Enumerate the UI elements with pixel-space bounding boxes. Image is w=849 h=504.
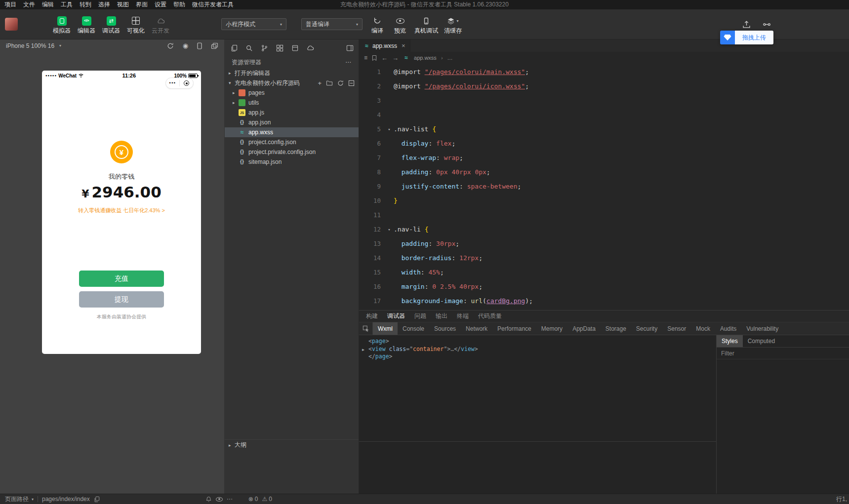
open-editors-section[interactable]: ▸ 打开的编辑器 [225,68,359,78]
tree-item-app.js[interactable]: JSapp.js [225,108,359,117]
rotate-icon[interactable] [167,42,174,49]
styles-tab-styles[interactable]: Styles [717,335,743,347]
code-line[interactable]: 2@import "/pages/colorui/icon.wxss"; [359,79,849,93]
code-line[interactable]: 1@import "/pages/colorui/main.wxss"; [359,65,849,79]
device-debug-button[interactable]: 真机调试 [412,15,441,34]
menu-item[interactable]: 编辑 [39,0,57,9]
forward-icon[interactable]: → [392,55,399,61]
editor-tab-app-wxss[interactable]: ≈ app.wxss × [359,39,410,52]
notification-bell-icon[interactable] [205,496,212,503]
home-indicator-icon[interactable] [180,80,193,86]
search-icon[interactable] [245,44,253,52]
bookmark-icon[interactable] [372,55,377,61]
wxml-node[interactable]: ▶<view class="container">…</view> [359,346,716,353]
compile-mode-select[interactable]: 普通编译 ▾ [301,18,363,30]
preview-button[interactable]: 预览 [389,15,411,34]
wxml-node[interactable]: <page> [359,338,716,346]
menu-item[interactable]: 项目 [1,0,20,9]
fold-icon[interactable]: ▾ [385,127,394,132]
tree-item-project.private.config.json[interactable]: {}project.private.config.json [225,147,359,157]
tree-item-project.config.json[interactable]: {}project.config.json [225,137,359,147]
multi-window-icon[interactable] [211,42,218,49]
devtool-tab-sensor[interactable]: Sensor [662,322,691,335]
code-line[interactable]: 6 display: flex; [359,136,849,151]
tree-item-app.json[interactable]: {}app.json [225,117,359,127]
devtool-tab-memory[interactable]: Memory [536,322,567,335]
code-line[interactable]: 11 [359,208,849,222]
clear-cache-button[interactable]: ▾ 清缓存 [442,15,464,34]
cursor-position[interactable]: 行1, [836,495,847,504]
code-line[interactable]: 5▾.nav-list { [359,122,849,136]
chevron-right-icon[interactable]: ▸ [233,100,239,105]
code-line[interactable]: 9 justify-content: space-between; [359,179,849,194]
devtool-tab-sources[interactable]: Sources [429,322,461,335]
panel-toggle-icon[interactable] [346,44,354,52]
page-path-selector[interactable]: 页面路径 ▾ [5,495,34,504]
package-icon[interactable] [291,44,299,52]
devtool-tab-vulnerability[interactable]: Vulnerability [741,322,783,335]
devtool-tab-network[interactable]: Network [461,322,492,335]
drag-upload-button[interactable]: 拖拽上传 [720,31,773,44]
withdraw-button[interactable]: 提现 [79,291,164,308]
tree-item-pages[interactable]: ▸pages [225,88,359,98]
styles-filter-input[interactable] [720,349,846,357]
mode-select[interactable]: 小程序模式 ▾ [221,18,286,30]
editor-button[interactable]: </> 编辑器 [75,15,98,34]
breadcrumb-file[interactable]: app.wxss [414,55,437,61]
code-editor[interactable]: 1@import "/pages/colorui/main.wxss";2@im… [359,64,849,310]
menu-item[interactable]: 微信开发者工具 [189,0,237,9]
tree-item-sitemap.json[interactable]: {}sitemap.json [225,157,359,167]
code-line[interactable]: 12▾.nav-li { [359,222,849,236]
code-line[interactable]: 8 padding: 0px 40rpx 0px; [359,165,849,179]
menu-item[interactable]: 视图 [114,0,132,9]
new-folder-icon[interactable] [326,80,333,86]
menu-item[interactable]: 选择 [95,0,114,9]
fold-icon[interactable]: ▾ [385,227,394,232]
recharge-button[interactable]: 充值 [79,271,164,287]
warning-count[interactable]: ⚠ 0 [262,496,272,503]
user-avatar[interactable] [5,18,18,31]
more-icon[interactable]: ⋯ [227,496,233,503]
devtool-tab-appdata[interactable]: AppData [567,322,601,335]
menu-item[interactable]: 文件 [20,0,39,9]
code-line[interactable]: 16 margin: 0 2.5% 40rpx; [359,279,849,294]
extensions-grid-icon[interactable] [276,44,283,52]
wxml-node[interactable]: </page> [359,353,716,361]
code-line[interactable]: 4 [359,108,849,122]
debug-tab-输出[interactable]: 输出 [436,312,447,320]
device-frame-icon[interactable] [197,42,202,49]
menu-item[interactable]: 工具 [57,0,76,9]
capsule-menu[interactable]: ••• [165,78,194,89]
files-icon[interactable] [230,44,238,52]
copy-icon[interactable] [94,496,100,503]
eye-icon[interactable] [216,497,223,502]
source-control-icon[interactable] [260,44,268,52]
upload-icon[interactable] [742,20,751,29]
code-line[interactable]: 7 flex-wrap: wrap; [359,151,849,165]
menu-item[interactable]: 转到 [76,0,95,9]
simulator-button[interactable]: 模拟器 [50,15,73,34]
more-icon[interactable]: ••• [166,81,179,85]
styles-tab-computed[interactable]: Computed [743,335,780,347]
code-line[interactable]: 13 padding: 30rpx; [359,236,849,251]
code-line[interactable]: 10} [359,194,849,208]
devtool-tab-audits[interactable]: Audits [715,322,741,335]
devtool-tab-console[interactable]: Console [398,322,429,335]
refresh-icon[interactable] [337,80,344,86]
back-icon[interactable]: ← [381,55,388,61]
new-file-icon[interactable]: + [318,80,322,86]
close-icon[interactable]: × [402,42,405,49]
debug-tab-终端[interactable]: 终端 [457,312,469,320]
code-line[interactable]: 15 width: 45%; [359,265,849,279]
menu-item[interactable]: 帮助 [170,0,189,9]
code-line[interactable]: 17 background-image: url(cardBg.png); [359,294,849,308]
cloud-sync-icon[interactable] [306,44,314,52]
record-icon[interactable]: ◉ [183,42,188,49]
menu-item[interactable]: 设置 [151,0,170,9]
outline-section[interactable]: ▸ 大纲 [225,439,359,450]
outline-list-icon[interactable]: ≡ [364,55,367,61]
debugger-button[interactable]: ⇄ 调试器 [100,15,122,34]
devtool-tab-performance[interactable]: Performance [492,322,536,335]
version-control-icon[interactable] [763,20,771,29]
debug-tab-调试器[interactable]: 调试器 [387,312,405,320]
